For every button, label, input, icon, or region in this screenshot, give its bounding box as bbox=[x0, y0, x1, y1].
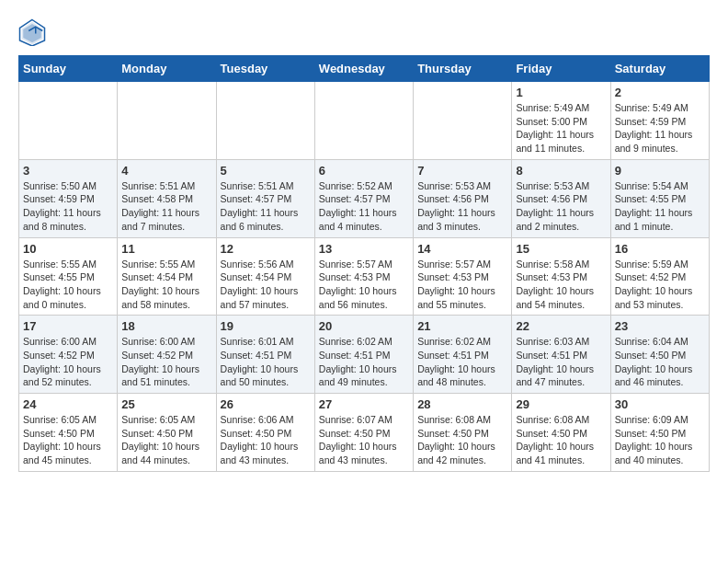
day-number: 17 bbox=[23, 319, 113, 333]
weekday-header-monday: Monday bbox=[118, 56, 216, 82]
day-info: Sunrise: 6:05 AMSunset: 4:50 PMDaylight:… bbox=[121, 413, 211, 467]
day-number: 4 bbox=[121, 164, 211, 178]
day-number: 9 bbox=[615, 164, 705, 178]
day-info: Sunrise: 6:06 AMSunset: 4:50 PMDaylight:… bbox=[221, 413, 311, 467]
calendar-table: SundayMondayTuesdayWednesdayThursdayFrid… bbox=[18, 55, 710, 472]
calendar-cell: 11Sunrise: 5:55 AMSunset: 4:54 PMDayligh… bbox=[118, 237, 216, 316]
calendar-cell: 3Sunrise: 5:50 AMSunset: 4:59 PMDaylight… bbox=[19, 159, 118, 237]
day-number: 15 bbox=[516, 242, 606, 256]
logo bbox=[18, 18, 51, 46]
calendar-header-row: SundayMondayTuesdayWednesdayThursdayFrid… bbox=[19, 56, 710, 82]
day-info: Sunrise: 5:59 AMSunset: 4:52 PMDaylight:… bbox=[615, 258, 705, 312]
day-number: 5 bbox=[221, 164, 311, 178]
day-number: 14 bbox=[417, 242, 507, 256]
day-number: 3 bbox=[23, 164, 113, 178]
calendar-cell: 29Sunrise: 6:08 AMSunset: 4:50 PMDayligh… bbox=[512, 394, 610, 472]
calendar-cell: 21Sunrise: 6:02 AMSunset: 4:51 PMDayligh… bbox=[414, 316, 512, 394]
week-row-2: 3Sunrise: 5:50 AMSunset: 4:59 PMDaylight… bbox=[19, 159, 710, 237]
day-info: Sunrise: 5:51 AMSunset: 4:58 PMDaylight:… bbox=[121, 179, 211, 234]
calendar-cell: 16Sunrise: 5:59 AMSunset: 4:52 PMDayligh… bbox=[610, 237, 709, 316]
calendar-cell: 15Sunrise: 5:58 AMSunset: 4:53 PMDayligh… bbox=[512, 237, 610, 316]
day-info: Sunrise: 6:08 AMSunset: 4:50 PMDaylight:… bbox=[417, 413, 507, 467]
day-info: Sunrise: 5:53 AMSunset: 4:56 PMDaylight:… bbox=[516, 179, 606, 234]
calendar-cell: 13Sunrise: 5:57 AMSunset: 4:53 PMDayligh… bbox=[314, 237, 413, 316]
day-number: 7 bbox=[417, 164, 507, 178]
day-info: Sunrise: 5:50 AMSunset: 4:59 PMDaylight:… bbox=[23, 179, 113, 234]
week-row-3: 10Sunrise: 5:55 AMSunset: 4:55 PMDayligh… bbox=[19, 237, 710, 316]
day-number: 13 bbox=[319, 242, 409, 256]
day-info: Sunrise: 6:02 AMSunset: 4:51 PMDaylight:… bbox=[319, 335, 409, 389]
day-number: 22 bbox=[516, 319, 606, 333]
calendar-cell bbox=[216, 82, 314, 160]
day-number: 21 bbox=[417, 319, 507, 333]
calendar-cell: 22Sunrise: 6:03 AMSunset: 4:51 PMDayligh… bbox=[512, 316, 610, 394]
calendar-cell: 24Sunrise: 6:05 AMSunset: 4:50 PMDayligh… bbox=[19, 394, 118, 472]
calendar-cell: 23Sunrise: 6:04 AMSunset: 4:50 PMDayligh… bbox=[610, 316, 709, 394]
calendar-cell: 8Sunrise: 5:53 AMSunset: 4:56 PMDaylight… bbox=[512, 159, 610, 237]
calendar-cell: 12Sunrise: 5:56 AMSunset: 4:54 PMDayligh… bbox=[216, 237, 314, 316]
calendar-cell bbox=[118, 82, 216, 160]
day-number: 28 bbox=[417, 397, 507, 411]
day-info: Sunrise: 6:02 AMSunset: 4:51 PMDaylight:… bbox=[417, 335, 507, 389]
day-number: 18 bbox=[121, 319, 211, 333]
day-info: Sunrise: 5:49 AMSunset: 4:59 PMDaylight:… bbox=[615, 101, 705, 155]
week-row-5: 24Sunrise: 6:05 AMSunset: 4:50 PMDayligh… bbox=[19, 394, 710, 472]
calendar-cell: 10Sunrise: 5:55 AMSunset: 4:55 PMDayligh… bbox=[19, 237, 118, 316]
calendar-cell: 4Sunrise: 5:51 AMSunset: 4:58 PMDaylight… bbox=[118, 159, 216, 237]
calendar-cell: 9Sunrise: 5:54 AMSunset: 4:55 PMDaylight… bbox=[610, 159, 709, 237]
page-header bbox=[18, 18, 710, 46]
week-row-4: 17Sunrise: 6:00 AMSunset: 4:52 PMDayligh… bbox=[19, 316, 710, 394]
day-info: Sunrise: 5:54 AMSunset: 4:55 PMDaylight:… bbox=[615, 179, 705, 234]
day-info: Sunrise: 5:49 AMSunset: 5:00 PMDaylight:… bbox=[516, 101, 606, 155]
day-number: 1 bbox=[516, 86, 606, 99]
day-number: 19 bbox=[221, 319, 311, 333]
day-number: 12 bbox=[221, 242, 311, 256]
day-info: Sunrise: 6:08 AMSunset: 4:50 PMDaylight:… bbox=[516, 413, 606, 467]
day-number: 23 bbox=[615, 319, 705, 333]
day-info: Sunrise: 5:53 AMSunset: 4:56 PMDaylight:… bbox=[417, 179, 507, 234]
day-info: Sunrise: 6:00 AMSunset: 4:52 PMDaylight:… bbox=[121, 335, 211, 389]
day-info: Sunrise: 5:51 AMSunset: 4:57 PMDaylight:… bbox=[221, 179, 311, 234]
weekday-header-thursday: Thursday bbox=[414, 56, 512, 82]
calendar-cell bbox=[19, 82, 118, 160]
day-number: 8 bbox=[516, 164, 606, 178]
weekday-header-friday: Friday bbox=[512, 56, 610, 82]
day-info: Sunrise: 5:52 AMSunset: 4:57 PMDaylight:… bbox=[319, 179, 409, 234]
day-info: Sunrise: 6:03 AMSunset: 4:51 PMDaylight:… bbox=[516, 335, 606, 389]
calendar-cell: 1Sunrise: 5:49 AMSunset: 5:00 PMDaylight… bbox=[512, 82, 610, 160]
calendar-cell: 30Sunrise: 6:09 AMSunset: 4:50 PMDayligh… bbox=[610, 394, 709, 472]
calendar-cell: 28Sunrise: 6:08 AMSunset: 4:50 PMDayligh… bbox=[414, 394, 512, 472]
day-number: 6 bbox=[319, 164, 409, 178]
day-info: Sunrise: 5:57 AMSunset: 4:53 PMDaylight:… bbox=[319, 258, 409, 312]
calendar-cell: 14Sunrise: 5:57 AMSunset: 4:53 PMDayligh… bbox=[414, 237, 512, 316]
calendar-cell: 19Sunrise: 6:01 AMSunset: 4:51 PMDayligh… bbox=[216, 316, 314, 394]
weekday-header-wednesday: Wednesday bbox=[314, 56, 413, 82]
day-number: 10 bbox=[23, 242, 113, 256]
day-info: Sunrise: 5:57 AMSunset: 4:53 PMDaylight:… bbox=[417, 258, 507, 312]
day-info: Sunrise: 5:55 AMSunset: 4:54 PMDaylight:… bbox=[121, 258, 211, 312]
day-number: 2 bbox=[615, 86, 705, 99]
calendar-cell: 26Sunrise: 6:06 AMSunset: 4:50 PMDayligh… bbox=[216, 394, 314, 472]
calendar-cell: 25Sunrise: 6:05 AMSunset: 4:50 PMDayligh… bbox=[118, 394, 216, 472]
calendar-cell: 17Sunrise: 6:00 AMSunset: 4:52 PMDayligh… bbox=[19, 316, 118, 394]
day-number: 25 bbox=[121, 397, 211, 411]
calendar-cell: 5Sunrise: 5:51 AMSunset: 4:57 PMDaylight… bbox=[216, 159, 314, 237]
calendar-cell: 18Sunrise: 6:00 AMSunset: 4:52 PMDayligh… bbox=[118, 316, 216, 394]
day-info: Sunrise: 6:07 AMSunset: 4:50 PMDaylight:… bbox=[319, 413, 409, 467]
logo-icon bbox=[18, 18, 46, 46]
day-number: 30 bbox=[615, 397, 705, 411]
day-info: Sunrise: 6:09 AMSunset: 4:50 PMDaylight:… bbox=[615, 413, 705, 467]
calendar-cell: 7Sunrise: 5:53 AMSunset: 4:56 PMDaylight… bbox=[414, 159, 512, 237]
day-info: Sunrise: 5:58 AMSunset: 4:53 PMDaylight:… bbox=[516, 258, 606, 312]
calendar-cell: 27Sunrise: 6:07 AMSunset: 4:50 PMDayligh… bbox=[314, 394, 413, 472]
weekday-header-tuesday: Tuesday bbox=[216, 56, 314, 82]
day-info: Sunrise: 6:00 AMSunset: 4:52 PMDaylight:… bbox=[23, 335, 113, 389]
week-row-1: 1Sunrise: 5:49 AMSunset: 5:00 PMDaylight… bbox=[19, 82, 710, 160]
day-info: Sunrise: 6:04 AMSunset: 4:50 PMDaylight:… bbox=[615, 335, 705, 389]
calendar-cell: 2Sunrise: 5:49 AMSunset: 4:59 PMDaylight… bbox=[610, 82, 709, 160]
day-number: 16 bbox=[615, 242, 705, 256]
calendar-cell bbox=[314, 82, 413, 160]
day-info: Sunrise: 6:01 AMSunset: 4:51 PMDaylight:… bbox=[221, 335, 311, 389]
day-number: 29 bbox=[516, 397, 606, 411]
calendar-cell bbox=[414, 82, 512, 160]
